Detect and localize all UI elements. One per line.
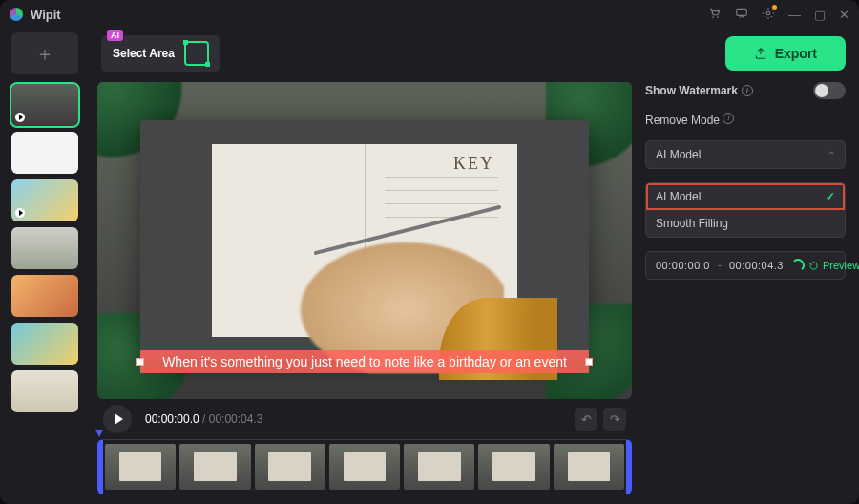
- time-range-card: 00:00:00.0 - 00:00:04.3 Preview: [645, 251, 846, 280]
- add-media-button[interactable]: ＋: [11, 32, 78, 74]
- main-area: KEY When it's something you just need: [0, 82, 859, 504]
- app-name: Wipit: [31, 8, 61, 22]
- thumbnail-6[interactable]: [11, 323, 78, 365]
- timeline-frame: [478, 444, 549, 490]
- range-start: 00:00:00.0: [656, 260, 710, 271]
- cart-icon[interactable]: [708, 7, 722, 23]
- redo-button[interactable]: ↷: [603, 408, 626, 430]
- selection-box-icon: [184, 41, 209, 66]
- svg-point-3: [766, 11, 770, 15]
- timeline[interactable]: [97, 439, 632, 494]
- preview-label: Preview: [823, 260, 859, 271]
- select-area-button[interactable]: AI Select Area: [101, 35, 220, 72]
- thumbnail-1[interactable]: [11, 84, 78, 126]
- range-separator: -: [718, 259, 722, 272]
- play-button[interactable]: [103, 405, 132, 433]
- play-badge-icon: [15, 208, 25, 218]
- svg-point-0: [712, 16, 714, 18]
- info-icon[interactable]: [742, 85, 753, 96]
- info-icon[interactable]: [723, 113, 734, 124]
- timeline-frame: [255, 444, 325, 490]
- remove-mode-select[interactable]: AI Model ⌃: [645, 140, 846, 169]
- svg-point-1: [717, 16, 719, 18]
- media-thumbnails: [8, 82, 84, 494]
- remove-mode-label: Remove Mode: [645, 113, 846, 127]
- play-badge-icon: [15, 113, 25, 122]
- option-ai-model[interactable]: AI Model ✓: [646, 183, 845, 210]
- timeline-frame: [554, 444, 624, 490]
- thumbnail-2[interactable]: [11, 132, 78, 174]
- transport-bar: 00:00:00.0 / 00:00:04.3 ↶ ↷: [97, 405, 632, 433]
- timeline-frame: [329, 444, 400, 490]
- close-button[interactable]: ✕: [839, 8, 849, 22]
- feedback-icon[interactable]: [735, 7, 748, 23]
- timeline-frame: [179, 444, 250, 490]
- time-readout: 00:00:00.0 / 00:00:04.3: [145, 412, 262, 426]
- undo-button[interactable]: ↶: [575, 408, 597, 430]
- export-label: Export: [775, 46, 817, 61]
- option-smooth-filling[interactable]: Smooth Filling: [646, 210, 845, 237]
- current-time: 00:00:00.0: [145, 412, 199, 426]
- thumbnail-3[interactable]: [11, 179, 78, 221]
- remove-mode-value: AI Model: [656, 148, 701, 161]
- settings-icon[interactable]: [762, 7, 775, 23]
- ai-badge: AI: [107, 30, 123, 41]
- range-end: 00:00:04.3: [729, 260, 784, 271]
- check-icon: ✓: [826, 190, 835, 203]
- caption-text: When it's something you just need to not…: [162, 354, 567, 369]
- select-area-label: Select Area: [113, 47, 175, 60]
- chevron-up-icon: ⌃: [828, 150, 835, 160]
- show-watermark-toggle[interactable]: [813, 82, 846, 99]
- app-window: Wipit — ▢ ✕ ＋ AI Select Area Export: [0, 0, 859, 504]
- notebook-heading: KEY: [453, 154, 494, 174]
- export-button[interactable]: Export: [725, 36, 846, 71]
- thumbnail-4[interactable]: [11, 227, 78, 269]
- thumbnail-7[interactable]: [11, 370, 78, 412]
- top-toolbar: ＋ AI Select Area Export: [0, 29, 859, 82]
- watermark-selection[interactable]: When it's something you just need to not…: [140, 350, 589, 373]
- svg-rect-2: [737, 9, 747, 15]
- preview-button[interactable]: Preview: [791, 259, 859, 272]
- app-logo-icon: [10, 8, 23, 21]
- duration-time: 00:00:04.3: [209, 412, 263, 426]
- timeline-frame: [404, 444, 474, 490]
- settings-panel: Show Watermark Remove Mode AI Model ⌃ AI…: [645, 82, 846, 494]
- minimize-button[interactable]: —: [788, 8, 801, 22]
- titlebar: Wipit — ▢ ✕: [0, 0, 859, 29]
- maximize-button[interactable]: ▢: [814, 8, 826, 22]
- thumbnail-5[interactable]: [11, 275, 78, 317]
- show-watermark-label: Show Watermark: [645, 84, 753, 97]
- video-preview[interactable]: KEY When it's something you just need: [97, 82, 632, 399]
- timeline-frame: [105, 444, 176, 490]
- playhead-icon[interactable]: [95, 430, 103, 437]
- preview-column: KEY When it's something you just need: [97, 82, 632, 494]
- remove-mode-dropdown: AI Model ✓ Smooth Filling: [645, 182, 846, 238]
